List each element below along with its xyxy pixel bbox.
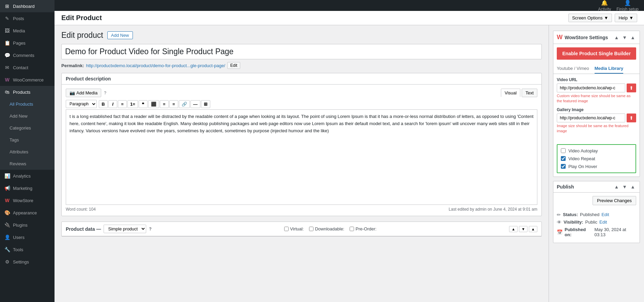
edit-permalink-button[interactable]: Edit [227,62,241,69]
sidebar-item-posts[interactable]: ✎ Posts [0,12,55,25]
publish-down-button[interactable]: ▼ [621,184,628,190]
sidebar-item-plugins[interactable]: 🔌 Plugins [0,219,55,231]
editor-tabs: Visual Text [501,89,537,97]
more-button[interactable]: — [190,100,200,108]
enable-product-builder-button[interactable]: Enable Product Single Builder [557,47,636,60]
editor-content[interactable]: t is a long established fact that a read… [66,109,537,205]
align-center-button[interactable]: ≡ [160,100,169,108]
video-repeat-label[interactable]: Video Repeat [568,156,595,161]
downloadable-label[interactable]: Downloadable: [309,226,344,231]
sidebar-item-all-products[interactable]: All Products [0,98,55,110]
bold-button[interactable]: B [99,100,108,108]
wowstore-collapse-button[interactable]: ▲ [629,35,636,40]
add-media-button[interactable]: 📷 Add Media [66,89,101,97]
pre-order-label[interactable]: Pre-Order: [350,226,376,231]
sidebar-item-pages[interactable]: 📋 Pages [0,37,55,49]
table-button[interactable]: ⊞ [201,100,210,108]
add-new-button[interactable]: Add New [107,31,133,39]
product-title-input[interactable] [61,44,542,59]
align-left-button[interactable]: ⬛ [148,100,159,108]
link-button[interactable]: 🔗 [179,100,190,108]
video-url-input[interactable] [557,84,625,92]
marketing-icon: 📢 [4,185,10,191]
add-media-icon: 📷 [70,90,75,95]
sidebar-item-attributes[interactable]: Attributes [0,146,55,158]
sidebar-item-reviews[interactable]: Reviews [0,158,55,170]
downloadable-checkbox[interactable] [309,227,313,231]
sidebar-item-contact[interactable]: ✉ Contact [0,61,55,74]
help-button[interactable]: Help ▼ [615,14,637,22]
sidebar-item-tags[interactable]: Tags [0,134,55,146]
visibility-edit-link[interactable]: Edit [599,220,607,225]
sidebar-item-users[interactable]: 👤 Users [0,231,55,243]
finish-setup-icon: 👤 [624,0,631,6]
wowstore-up-button[interactable]: ▲ [613,35,620,40]
screen-options-button[interactable]: Screen Options ▼ [568,14,612,22]
product-data-down-button[interactable]: ▼ [519,226,527,232]
text-tab[interactable]: Text [522,89,537,97]
sidebar: ⊞ Dashboard ✎ Posts 🖼 Media 📋 Pages 💬 Co… [0,0,55,302]
permalink-link[interactable]: http://productxdemo.local/product/demo-f… [86,63,225,68]
appearance-icon: 🎨 [4,210,10,215]
finish-setup-button[interactable]: 👤 Finish setup [616,0,639,12]
activity-button[interactable]: 🔔 Activity [598,0,611,12]
video-upload-button[interactable]: ⬆ [627,84,636,92]
right-sidebar: W WowStore Settings ▲ ▼ ▲ Enable Product… [549,25,644,302]
sidebar-item-woocommerce[interactable]: W WooCommerce [0,74,55,86]
product-data-help-icon[interactable]: ? [149,227,151,231]
permalink-row: Permalink: http://productxdemo.local/pro… [61,62,542,69]
sidebar-item-products[interactable]: 🛍 Products [0,86,55,98]
video-autoplay-checkbox[interactable] [561,148,566,153]
sidebar-item-media[interactable]: 🖼 Media [0,25,55,37]
plugins-icon: 🔌 [4,222,10,228]
pre-order-checkbox[interactable] [350,227,354,231]
left-column: Edit product Add New Permalink: http://p… [55,25,549,302]
dashboard-icon: ⊞ [4,3,10,9]
virtual-label[interactable]: Virtual: [284,226,304,231]
wowstore-title: W WowStore Settings [557,34,608,41]
product-data-collapse-button[interactable]: ▲ [529,226,537,232]
sidebar-item-appearance[interactable]: 🎨 Appearance [0,207,55,219]
italic-button[interactable]: I [108,100,117,108]
video-autoplay-label[interactable]: Video Autoplay [568,148,598,153]
youtube-vimeo-tab[interactable]: Youtube / Vimeo [557,66,589,74]
sidebar-item-tools[interactable]: 🔧 Tools [0,243,55,256]
product-type-select[interactable]: Simple product [104,225,146,233]
wowstore-settings-box: W WowStore Settings ▲ ▼ ▲ Enable Product… [553,31,640,177]
product-data-up-button[interactable]: ▲ [509,226,518,232]
sidebar-item-comments[interactable]: 💬 Comments [0,49,55,61]
publish-up-button[interactable]: ▲ [613,184,620,190]
play-on-hover-label[interactable]: Play On Hover [568,164,597,169]
sidebar-item-wowstore[interactable]: W WowStore [0,194,55,207]
ordered-list-button[interactable]: 1≡ [127,100,138,108]
wowstore-down-button[interactable]: ▼ [621,35,628,40]
gallery-upload-button[interactable]: ⬆ [627,114,636,122]
sidebar-item-categories[interactable]: Categories [0,122,55,134]
video-repeat-checkbox[interactable] [561,156,566,161]
visual-tab[interactable]: Visual [501,89,520,97]
word-count: Word count: 104 [66,207,96,212]
products-icon: 🛍 [4,89,10,95]
screen-options-arrow-icon: ▼ [604,15,609,20]
unordered-list-button[interactable]: ≡ [118,100,127,108]
status-field: ✏ Status: Published Edit [557,212,636,217]
editor-help-icon[interactable]: ? [104,91,106,95]
gallery-url-input[interactable] [557,114,625,122]
status-edit-link[interactable]: Edit [601,212,609,217]
sidebar-item-dashboard[interactable]: ⊞ Dashboard [0,0,55,12]
sidebar-item-analytics[interactable]: 📊 Analytics [0,170,55,182]
publish-collapse-button[interactable]: ▲ [629,184,636,190]
sidebar-item-marketing[interactable]: 📢 Marketing [0,182,55,194]
align-right-button[interactable]: ≡ [169,100,178,108]
media-library-tab[interactable]: Media Library [595,66,624,74]
settings-icon: ⚙ [4,259,10,265]
play-on-hover-row: Play On Hover [561,164,632,169]
preview-changes-button[interactable]: Preview Changes [593,196,636,205]
blockquote-button[interactable]: ❝ [139,100,148,108]
sidebar-item-add-new[interactable]: Add New [0,110,55,122]
paragraph-select[interactable]: Paragraph [66,100,97,108]
virtual-checkbox[interactable] [284,227,289,231]
sidebar-item-settings[interactable]: ⚙ Settings [0,256,55,268]
edit-product-heading: Edit product Add New [61,31,542,40]
play-on-hover-checkbox[interactable] [561,164,566,169]
